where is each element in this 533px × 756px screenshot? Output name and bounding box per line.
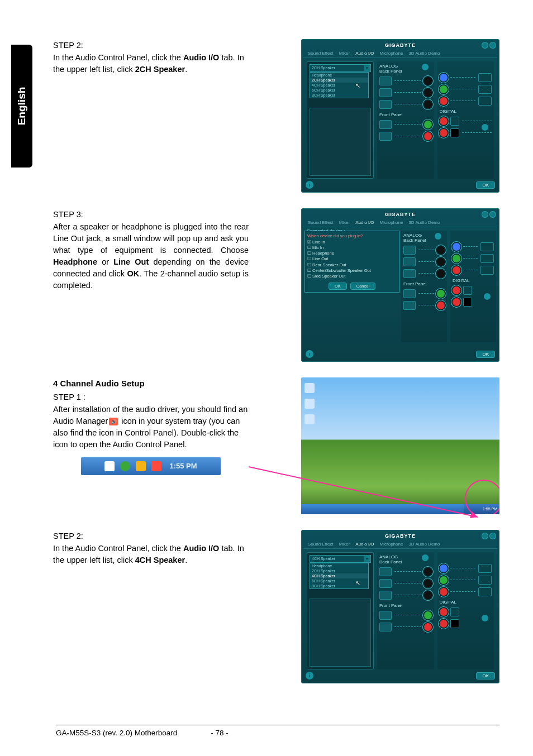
tab-sound-effect[interactable]: Sound Effect <box>308 220 334 225</box>
step1-text: After installation of the audio driver, … <box>53 404 249 451</box>
jack-green[interactable] <box>440 85 448 93</box>
jack-black3[interactable] <box>424 101 432 108</box>
step-label: STEP 1 : <box>53 391 249 404</box>
step2-4ch-block: STEP 2: In the Audio Control Panel, clic… <box>53 530 499 683</box>
jack-black2[interactable] <box>424 89 432 97</box>
tab-microphone[interactable]: Microphone <box>380 51 403 56</box>
minimize-icon[interactable] <box>482 42 488 49</box>
option-headphone[interactable]: Headphone <box>310 563 368 568</box>
page-footer: GA-M55S-S3 (rev. 2.0) Motherboard - 78 - <box>56 725 499 737</box>
tool-icon[interactable] <box>484 293 491 300</box>
option-4ch[interactable]: 4CH Speaker <box>310 573 368 578</box>
step3-block: STEP 3: After a speaker or headphone is … <box>53 208 499 362</box>
language-tab: English <box>11 45 32 168</box>
option-side-speaker[interactable]: ☐ Side Speaker Out <box>307 274 397 279</box>
tab-microphone[interactable]: Microphone <box>380 542 403 547</box>
speaker-dropdown[interactable]: 4CH Speaker ▾ <box>310 555 371 563</box>
jack-black[interactable] <box>424 77 432 85</box>
jack-front-red[interactable] <box>424 132 432 140</box>
jack-icon <box>379 76 392 85</box>
tab-microphone[interactable]: Microphone <box>380 220 403 225</box>
jack-blue[interactable] <box>440 74 448 82</box>
language-tab-label: English <box>16 87 28 126</box>
option-rear-speaker[interactable]: ☐ Rear Speaker Out <box>307 262 397 268</box>
info-icon[interactable]: i <box>306 672 313 680</box>
step-label: STEP 2: <box>53 39 249 52</box>
tab-audio-io[interactable]: Audio I/O <box>355 51 374 56</box>
brand-label: GIGABYTE <box>385 42 416 48</box>
ok-button[interactable]: OK <box>476 351 495 358</box>
option-headphone[interactable]: Headphone <box>310 73 368 78</box>
system-tray-zoomed: 1:55 PM <box>81 457 221 475</box>
step1-4ch-block: 4 Channel Audio Setup STEP 1 : After ins… <box>53 377 499 514</box>
minimize-icon[interactable] <box>482 533 488 539</box>
jack-icon <box>379 100 392 109</box>
tab-mixer[interactable]: Mixer <box>339 220 350 225</box>
speaker-dropdown[interactable]: 2CH Speaker ▾ <box>310 64 371 72</box>
optical-icon <box>450 117 459 126</box>
tab-audio-io[interactable]: Audio I/O <box>355 542 374 547</box>
audio-manager-tray-icon[interactable] <box>151 461 161 471</box>
option-headphone[interactable]: ☐ Headphone <box>307 251 397 256</box>
minimize-icon[interactable] <box>482 211 488 218</box>
digital-out-red[interactable] <box>440 117 448 125</box>
tab-3d-audio[interactable]: 3D Audio Demo <box>408 220 440 225</box>
front-panel-label: Front Panel <box>379 112 432 117</box>
tool-icon[interactable] <box>422 554 429 561</box>
jack-front-green[interactable] <box>424 121 432 128</box>
jack-icon <box>379 132 392 141</box>
footer-model: GA-M55S-S3 (rev. 2.0) Motherboard <box>56 729 177 737</box>
tool-icon[interactable] <box>482 124 488 131</box>
close-icon[interactable] <box>489 533 496 539</box>
jack-icon <box>379 88 392 97</box>
popup-cancel-button[interactable]: Cancel <box>350 283 375 290</box>
step2a-text: In the Audio Control Panel, click the Au… <box>53 52 249 75</box>
device-icon <box>478 73 492 82</box>
tab-mixer[interactable]: Mixer <box>339 542 350 547</box>
tray-time: 1:55 PM <box>169 461 197 472</box>
option-8ch[interactable]: 8CH Speaker <box>310 93 368 98</box>
ok-button[interactable]: OK <box>476 672 495 680</box>
audio-control-panel-2ch: GIGABYTE Sound Effect Mixer Audio I/O Mi… <box>301 39 499 193</box>
tool-icon[interactable] <box>435 233 441 240</box>
tab-3d-audio[interactable]: 3D Audio Demo <box>408 542 440 547</box>
panel-tabs: Sound Effect Mixer Audio I/O Microphone … <box>303 49 497 58</box>
audio-manager-tray-icon: 🔊 <box>109 418 118 425</box>
step-label: STEP 2: <box>53 530 249 543</box>
info-icon[interactable]: i <box>306 350 313 358</box>
digital-out-red2[interactable] <box>440 129 448 137</box>
close-icon[interactable] <box>489 42 496 49</box>
option-line-in[interactable]: ☑ Line In <box>307 240 397 245</box>
ok-button[interactable]: OK <box>476 181 495 189</box>
footer-page-number: - 78 - <box>211 729 229 737</box>
coax-icon <box>450 128 459 137</box>
tab-sound-effect[interactable]: Sound Effect <box>308 542 334 547</box>
tab-mixer[interactable]: Mixer <box>339 51 350 56</box>
device-icon <box>478 97 492 106</box>
option-line-out[interactable]: ☐ Line Out <box>307 256 397 262</box>
step-label: STEP 3: <box>53 208 249 221</box>
tool-icon[interactable] <box>422 64 429 70</box>
speaker-config-box: 2CH Speaker ▾ Headphone 2CH Speaker 4CH … <box>307 61 374 179</box>
tab-audio-io[interactable]: Audio I/O <box>355 220 374 225</box>
tool-icon[interactable] <box>482 615 488 621</box>
digital-label: DIGITAL <box>440 109 492 114</box>
popup-ok-button[interactable]: OK <box>329 283 347 290</box>
info-icon[interactable]: i <box>306 181 313 189</box>
step2b-text: In the Audio Control Panel, click the Au… <box>53 543 249 566</box>
option-2ch[interactable]: 2CH Speaker <box>310 568 368 573</box>
cursor-icon: ↖ <box>355 580 360 587</box>
chevron-down-icon: ▾ <box>364 556 370 562</box>
jack-icon <box>379 120 392 129</box>
highlight-circle <box>465 480 499 514</box>
tab-3d-audio[interactable]: 3D Audio Demo <box>408 51 440 56</box>
close-icon[interactable] <box>489 211 496 218</box>
option-center-sub[interactable]: ☐ Center/Subwoofer Speaker Out <box>307 268 397 274</box>
room-diagram <box>310 108 371 176</box>
tray-icon <box>136 461 146 471</box>
option-mic-in[interactable]: ☐ Mic In <box>307 245 397 251</box>
tray-icon <box>120 461 130 471</box>
jack-red[interactable] <box>440 97 448 105</box>
tab-sound-effect[interactable]: Sound Effect <box>308 51 334 56</box>
chevron-down-icon: ▾ <box>364 65 370 71</box>
